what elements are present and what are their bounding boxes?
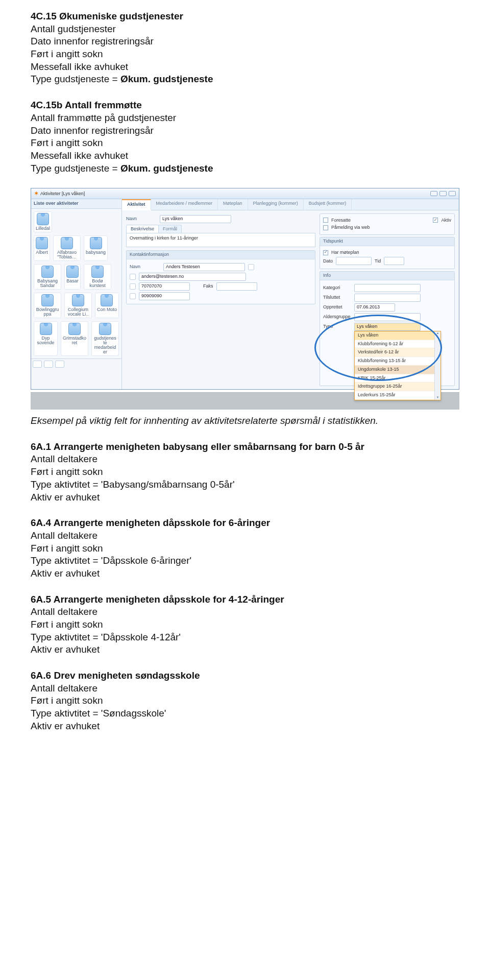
tab-planlegging[interactable]: Planlegging (kommer) bbox=[248, 199, 304, 210]
lookup-icon[interactable] bbox=[248, 264, 254, 270]
activity-item[interactable]: Bodø kurstest bbox=[84, 264, 111, 290]
input-tlf[interactable]: 70707070 bbox=[139, 282, 190, 291]
text-line: Type aktivtitet = 'Dåpsskole 4-12år' bbox=[31, 631, 459, 644]
input-faks[interactable] bbox=[216, 282, 257, 291]
text-line: Aktiv er avhuket bbox=[31, 491, 459, 504]
puzzle-icon bbox=[61, 237, 73, 249]
text-line: Dato innenfor registreringsår bbox=[31, 125, 459, 137]
subtab-formal[interactable]: Formål bbox=[158, 225, 182, 233]
type-dropdown[interactable]: Type Lys våken Lys våken Klubb/forening … bbox=[323, 323, 451, 331]
tab-budsjett[interactable]: Budsjett (kommer) bbox=[304, 199, 352, 210]
input-navn[interactable]: Lys våken bbox=[160, 215, 231, 223]
input-mob[interactable]: 90909090 bbox=[139, 292, 190, 300]
text-line: Ført i angitt sokn bbox=[31, 137, 459, 150]
window-title: Aktiviteter [Lys våken] bbox=[40, 191, 85, 196]
input-kategori[interactable] bbox=[354, 284, 421, 292]
activity-item[interactable]: Dyp sovende bbox=[34, 321, 58, 356]
tab-aktivitet[interactable]: Aktivitet bbox=[122, 199, 151, 210]
puzzle-icon bbox=[72, 294, 84, 306]
activity-item[interactable]: Con Moto bbox=[95, 293, 119, 318]
tab-bar: Aktivitet Medarbeidere / medlemmer Møtep… bbox=[122, 199, 459, 210]
text-line: Antall deltakere bbox=[31, 453, 459, 466]
input-type[interactable]: Lys våken bbox=[354, 323, 421, 331]
input-email[interactable]: anders@testesen.no bbox=[139, 273, 246, 281]
text-line: Antall frammøtte på gudstjenester bbox=[31, 112, 459, 125]
dropdown-option[interactable]: Klubb/forening 13-15 år bbox=[355, 357, 440, 366]
input-kontakt-navn[interactable]: Anders Testesen bbox=[163, 263, 245, 271]
maximize-button[interactable] bbox=[439, 191, 447, 196]
app-screenshot: ✶Aktiviteter [Lys våken] Liste over akti… bbox=[31, 188, 459, 410]
panel-tidspunkt-header: Tidspunkt bbox=[320, 237, 454, 246]
input-tilsluttet[interactable] bbox=[354, 294, 421, 302]
activity-item[interactable]: Basar bbox=[64, 264, 81, 290]
text-line: Ført i angitt sokn bbox=[31, 466, 459, 479]
window-controls bbox=[430, 191, 456, 196]
checkbox-pamelding[interactable] bbox=[323, 225, 328, 230]
input-dato[interactable] bbox=[336, 257, 372, 265]
input-tid[interactable] bbox=[384, 257, 404, 265]
section-6a1: 6A.1 Arrangerte menigheten babysang elle… bbox=[31, 441, 459, 504]
activity-item[interactable]: Bowlinggruppa bbox=[34, 293, 61, 318]
app-window: ✶Aktiviteter [Lys våken] Liste over akti… bbox=[31, 188, 459, 390]
activity-item[interactable]: Lilledal bbox=[34, 211, 52, 232]
figure-caption: Eksempel på viktig felt for innhenting a… bbox=[31, 415, 459, 427]
text-line: Messefall ikke avhuket bbox=[31, 150, 459, 162]
puzzle-icon bbox=[101, 294, 113, 306]
window-titlebar: ✶Aktiviteter [Lys våken] bbox=[31, 188, 459, 199]
beskrivelse-text[interactable]: Overnatting i kirken for 11-åringer bbox=[126, 233, 315, 247]
view-icon[interactable] bbox=[44, 361, 53, 368]
activity-item[interactable]: Collegium vocale Li.. bbox=[64, 293, 92, 318]
view-icon[interactable] bbox=[33, 361, 42, 368]
puzzle-icon bbox=[90, 237, 102, 249]
activity-item[interactable]: gudstjeneste medarbeider bbox=[91, 321, 119, 356]
dropdown-option[interactable]: Lederkurs 15-25år bbox=[355, 391, 440, 400]
left-panel-footer bbox=[31, 358, 121, 369]
view-icon[interactable] bbox=[55, 361, 64, 368]
tab-medarbeidere[interactable]: Medarbeidere / medlemmer bbox=[151, 199, 218, 210]
activity-item[interactable]: Albert bbox=[34, 235, 50, 261]
activity-item[interactable]: Alfabravo "Tobias… bbox=[53, 235, 81, 261]
mobile-icon bbox=[130, 293, 136, 299]
section-title: 6A.1 Arrangerte menigheten babysang elle… bbox=[31, 441, 364, 452]
puzzle-icon bbox=[99, 323, 111, 335]
text-line: Aktiv er avhuket bbox=[31, 720, 459, 733]
label-navn2: Navn bbox=[130, 264, 160, 270]
close-button[interactable] bbox=[449, 191, 456, 196]
checkbox-moteplan[interactable]: ✓ bbox=[323, 250, 328, 255]
activity-item[interactable]: babysang bbox=[84, 235, 108, 261]
phone-icon bbox=[130, 283, 136, 290]
section-4c15b: 4C.15b Antall fremmøtte Antall frammøtte… bbox=[31, 99, 459, 175]
text-line: Ført i angitt sokn bbox=[31, 48, 459, 61]
puzzle-icon bbox=[41, 266, 54, 278]
section-title: 6A.4 Arrangerte menigheten dåpsskole for… bbox=[31, 517, 270, 528]
text-line: Aktiv er avhuket bbox=[31, 567, 459, 580]
input-opprettet[interactable]: 07.06.2013 bbox=[354, 303, 395, 312]
checkbox-foresatte[interactable] bbox=[323, 218, 328, 223]
section-6a6: 6A.6 Drev menigheten søndagsskole Antall… bbox=[31, 670, 459, 732]
text-line: Type aktivtitet = 'Babysang/småbarnsang … bbox=[31, 479, 459, 491]
minimize-button[interactable] bbox=[430, 191, 437, 196]
dropdown-scrollbar[interactable] bbox=[434, 331, 440, 400]
text-line: Antall deltakere bbox=[31, 606, 459, 618]
activity-item[interactable]: Babysang Sandar bbox=[34, 264, 61, 290]
dropdown-option[interactable]: Klubb/forening 6-12 år bbox=[355, 340, 440, 349]
text-line: Messefall ikke avhuket bbox=[31, 61, 459, 74]
right-panel: Aktivitet Medarbeidere / medlemmer Møtep… bbox=[122, 199, 459, 389]
label-navn: Navn bbox=[126, 216, 157, 222]
email-icon bbox=[130, 274, 136, 280]
section-6a4: 6A.4 Arrangerte menigheten dåpsskole for… bbox=[31, 517, 459, 580]
dropdown-option[interactable]: Verksted/leir 6-12 år bbox=[355, 348, 440, 357]
type-dropdown-list[interactable]: Lys våken Klubb/forening 6-12 år Verkste… bbox=[354, 331, 441, 400]
subtab-beskrivelse[interactable]: Beskrivelse bbox=[126, 225, 159, 233]
text-line: Type gudstjeneste = Økum. gudstjeneste bbox=[31, 73, 459, 86]
activity-item[interactable]: Grimstadkoret bbox=[61, 321, 88, 356]
dropdown-option[interactable]: Lys våken bbox=[355, 331, 440, 340]
tab-moteplan[interactable]: Møteplan bbox=[218, 199, 248, 210]
section-title: 6A.6 Drev menigheten søndagsskole bbox=[31, 670, 200, 681]
dropdown-option[interactable]: Ungdomskole 13-15 bbox=[355, 366, 440, 374]
checkbox-aktiv[interactable]: ✓ bbox=[433, 218, 438, 223]
text-line: Antall deltakere bbox=[31, 530, 459, 542]
dropdown-option[interactable]: Idrettsgruppe 16-25år bbox=[355, 383, 440, 391]
dropdown-option[interactable]: KRIK 15-25år bbox=[355, 374, 440, 383]
input-aldersgruppe[interactable] bbox=[354, 313, 421, 321]
